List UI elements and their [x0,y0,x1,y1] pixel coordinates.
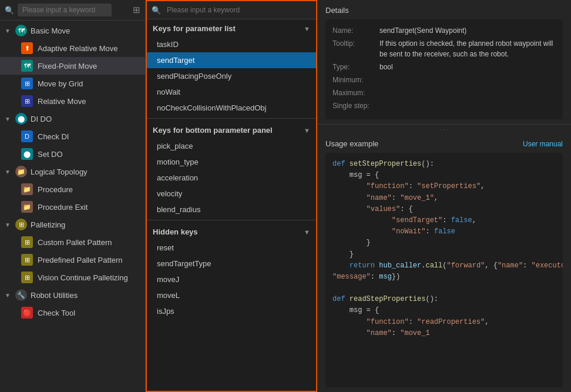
chevron-icon: ▼ [5,116,12,122]
sidebar-group-4[interactable]: ▼ 🔧 Robot Utilities [0,286,145,304]
tree-section: ▼ 🗺 Basic Move ⬆ Adaptive Relative Move … [0,21,145,323]
key-item-0-4[interactable]: noCheckCollisionWithPlacedObj [147,100,316,116]
sidebar-item-0-0[interactable]: ⬆ Adaptive Relative Move [0,39,145,57]
keys-sections: Keys for parameter list▼taskIDsendTarget… [147,19,316,391]
item-label: Fixed-Point Move [38,62,97,71]
sidebar-item-0-1[interactable]: 🗺 Fixed-Point Move [0,57,145,75]
middle-search-input[interactable] [164,4,294,16]
keys-section-header-2[interactable]: Hidden keys▼ [147,223,316,240]
key-item-1-3[interactable]: velocity [147,186,316,202]
group-icon: 🗺 [15,25,27,36]
sidebar-item-3-1[interactable]: ⊞ Predefined Pallet Pattern [0,251,145,269]
key-item-2-3[interactable]: moveL [147,287,316,303]
sidebar: 🔍 ⊞ ▼ 🗺 Basic Move ⬆ Adaptive Relative M… [0,0,146,392]
key-item-1-1[interactable]: motion_type [147,154,316,170]
item-icon: ⬆ [21,42,33,54]
section-title: Keys for bottom parameter panel [153,126,273,135]
middle-search-icon: 🔍 [152,6,161,15]
details-title: Details [325,6,563,15]
item-icon: ⬤ [21,148,33,160]
item-label: Procedure Exit [38,203,88,212]
item-icon: ⊞ [21,95,33,107]
key-item-2-0[interactable]: reset [147,240,316,256]
group-label: Logical Topology [31,167,88,176]
sidebar-item-0-3[interactable]: ⊞ Relative Move [0,92,145,110]
item-label: Relative Move [38,97,86,106]
search-icon: 🔍 [5,6,14,15]
resize-handle[interactable]: · · · · · [317,125,571,135]
group-icon: 📁 [15,166,27,177]
item-label: Check DI [38,132,69,141]
keys-divider [147,220,316,220]
name-label: Name: [332,25,375,36]
group-icon: ⊞ [15,219,27,230]
chevron-icon: ▼ [5,292,12,299]
chevron-down-icon: ▼ [304,25,310,32]
sidebar-item-3-0[interactable]: ⊞ Custom Pallet Pattern [0,233,145,251]
group-label: DI DO [31,115,52,123]
details-section: Details Name: sendTarget(Send Waypoint) … [317,0,571,125]
chevron-icon: ▼ [5,169,12,175]
user-manual-link[interactable]: User manual [523,140,563,148]
key-item-0-3[interactable]: noWait [147,84,316,100]
key-item-1-2[interactable]: acceleration [147,170,316,186]
item-icon: ⊞ [21,254,33,266]
details-name-row: Name: sendTarget(Send Waypoint) [332,25,556,36]
right-panel: Details Name: sendTarget(Send Waypoint) … [317,0,571,392]
item-icon: 📁 [21,201,33,213]
name-value: sendTarget(Send Waypoint) [379,25,556,36]
item-label: Procedure [38,185,73,194]
chevron-down-icon: ▼ [304,127,310,134]
usage-section: Usage example User manual def setStepPro… [317,135,571,392]
chevron-icon: ▼ [5,28,12,34]
key-item-1-4[interactable]: blend_radius [147,202,316,217]
sidebar-item-1-0[interactable]: D Check DI [0,128,145,145]
item-label: Adaptive Relative Move [38,44,118,53]
usage-header: Usage example User manual [325,139,563,148]
sidebar-group-2[interactable]: ▼ 📁 Logical Topology [0,163,145,180]
keys-section-header-1[interactable]: Keys for bottom parameter panel▼ [147,121,316,138]
settings-icon[interactable]: ⊞ [133,5,140,15]
item-label: Custom Pallet Pattern [38,238,112,247]
maximum-value [379,88,556,98]
item-icon: ⊞ [21,272,33,283]
sidebar-group-1[interactable]: ▼ ⬤ DI DO [0,110,145,128]
sidebar-item-0-2[interactable]: ⊞ Move by Grid [0,75,145,92]
usage-code-block: def setStepProperties(): msg = { "functi… [325,153,563,387]
details-minimum-row: Minimum: [332,75,556,85]
tooltip-value: If this option is checked, the planned r… [379,38,556,59]
sidebar-item-4-0[interactable]: 🔴 Check Tool [0,304,145,321]
sidebar-item-2-0[interactable]: 📁 Procedure [0,180,145,198]
item-icon: 🔴 [21,307,33,319]
sidebar-group-3[interactable]: ▼ ⊞ Palletizing [0,216,145,233]
sidebar-item-1-1[interactable]: ⬤ Set DO [0,145,145,163]
details-type-row: Type: bool [332,62,556,72]
item-icon: D [21,130,33,142]
details-maximum-row: Maximum: [332,88,556,98]
details-singlestep-row: Single step: [332,100,556,111]
key-item-1-0[interactable]: pick_place [147,138,316,154]
item-icon: ⊞ [21,78,33,89]
key-item-2-4[interactable]: isJps [147,303,316,319]
key-item-0-2[interactable]: sendPlacingPoseOnly [147,68,316,84]
keys-section-header-0[interactable]: Keys for parameter list▼ [147,19,316,36]
item-label: Predefined Pallet Pattern [38,256,123,264]
group-icon: ⬤ [15,113,27,125]
minimum-value [379,75,556,85]
item-label: Check Tool [38,309,75,317]
sidebar-group-0[interactable]: ▼ 🗺 Basic Move [0,22,145,39]
type-label: Type: [332,62,375,72]
key-item-0-1[interactable]: sendTarget [147,52,316,68]
key-item-2-2[interactable]: moveJ [147,272,316,287]
chevron-icon: ▼ [5,222,12,228]
sidebar-search-bar: 🔍 ⊞ [0,0,145,21]
sidebar-item-2-1[interactable]: 📁 Procedure Exit [0,198,145,216]
sidebar-item-3-2[interactable]: ⊞ Vision Continue Palletizing [0,269,145,286]
key-item-2-1[interactable]: sendTargetType [147,256,316,272]
item-label: Vision Continue Palletizing [38,273,128,282]
key-item-0-0[interactable]: taskID [147,36,316,52]
minimum-label: Minimum: [332,75,375,85]
sidebar-search-input[interactable] [18,4,112,16]
section-title: Hidden keys [153,227,198,236]
keys-divider [147,118,316,119]
